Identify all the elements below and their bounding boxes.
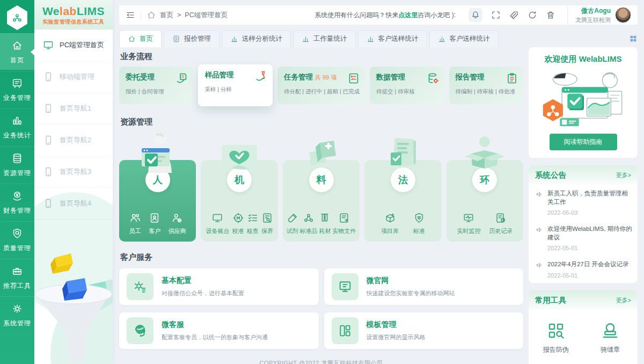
service-card-micro-support[interactable]: 微客服 配置客服专员，以统一的形象与客户沟通: [119, 312, 319, 349]
tab-label: 客户送样统计: [450, 34, 490, 43]
grid-layout-icon[interactable]: [629, 34, 638, 43]
subnav-item-nav2[interactable]: 首页导航2: [34, 125, 113, 156]
test-tube-icon: [287, 212, 298, 224]
flow-card-title: 报告管理: [456, 72, 485, 82]
flow-card-report-mgmt[interactable]: 报告管理 待编制 | 待审核 | 待批准: [449, 67, 523, 104]
flow-card-data-mgmt[interactable]: 数据管理 待提交 | 待审核: [370, 67, 444, 104]
subnav-item-nav4[interactable]: 首页导航4: [34, 188, 113, 220]
welcome-illustration: [534, 68, 634, 128]
resource-item-customer[interactable]: 客户: [149, 212, 160, 235]
tools-grid: 报告防伪 骑缝章 标准更新 系统管理: [529, 310, 638, 364]
help-link[interactable]: 点这里: [398, 11, 418, 19]
rail-item-quality-mgmt[interactable]: 质量管理: [0, 221, 34, 258]
tool-seam-stamp[interactable]: 骑缝章: [583, 314, 638, 359]
rail-item-recommended-tools[interactable]: 推荐工具: [0, 259, 34, 295]
read-help-guide-button[interactable]: 阅读帮助指南: [550, 134, 617, 150]
resource-item-reagent[interactable]: 试剂: [287, 212, 298, 235]
rail-item-label: 资源管理: [0, 169, 34, 178]
flow-card-entrustment[interactable]: 委托受理 报价 | 合同管理: [119, 67, 193, 104]
tab-home[interactable]: 首页: [119, 30, 162, 47]
resource-card-environment[interactable]: 环 实时监控 历史记录: [447, 160, 523, 242]
logo-lab: lab: [60, 5, 77, 17]
service-card-title: 微官网: [367, 276, 455, 286]
resource-item-history[interactable]: 历史记录: [489, 212, 513, 235]
resource-item-consumables[interactable]: 耗材: [319, 212, 331, 235]
service-card-micro-site[interactable]: 微官网 快速建设您实验室专属的移动网站: [324, 268, 524, 305]
breadcrumb-home[interactable]: 首页: [160, 11, 173, 20]
subnav-item-mobile[interactable]: 移动端管理: [34, 61, 113, 93]
rail-item-home[interactable]: 首页: [0, 33, 34, 70]
breadcrumb[interactable]: 首页 > PC端管理首页: [147, 10, 228, 20]
tool-standard-update[interactable]: 标准更新: [529, 359, 583, 364]
resource-item-standard[interactable]: 标准: [413, 212, 425, 235]
people-icon: [129, 212, 141, 224]
tools-more-link[interactable]: 更多>: [616, 296, 631, 304]
phone-icon: [43, 135, 54, 145]
service-card-title: 微客服: [162, 320, 268, 330]
trash-icon[interactable]: [546, 10, 555, 20]
service-card-basic-config[interactable]: 基本配置 对接微信公众号，进行基本配置: [119, 268, 319, 305]
rail-item-system-mgmt[interactable]: 系统管理: [0, 296, 34, 333]
resource-card-people[interactable]: 人 员工 客户 供应商: [119, 160, 196, 242]
service-card-desc: 配置客服专员，以统一的形象与客户沟通: [162, 333, 268, 341]
notice-text: 2022年4月27日 开会会议记录: [547, 260, 628, 269]
resource-card-machine[interactable]: 机 设备账台 校准 核查: [201, 160, 277, 242]
tab-quote-mgmt[interactable]: 报价管理: [164, 30, 219, 47]
resource-item-staff[interactable]: 员工: [129, 212, 141, 235]
fullscreen-icon[interactable]: [491, 10, 501, 20]
molecule-icon: [303, 212, 314, 224]
tab-label: 客户送样统计: [378, 34, 419, 43]
tab-sample-analysis-stats[interactable]: 送样分析统计: [222, 30, 291, 47]
tab-customer-sample-stats[interactable]: 客户送样统计: [358, 30, 427, 47]
resource-item-verification[interactable]: 核查: [247, 212, 259, 235]
subnav-item-pc-home[interactable]: PC端管理首页: [34, 30, 113, 61]
breadcrumb-current: PC端管理首页: [185, 11, 228, 20]
menu-fold-icon[interactable]: [126, 10, 135, 20]
subnav-item-nav3[interactable]: 首页导航3: [34, 156, 113, 188]
rail-item-label: 业务统计: [0, 131, 34, 140]
tool-report-antifake[interactable]: 报告防伪: [529, 314, 583, 359]
subnav-item-label: 首页导航3: [60, 167, 91, 177]
resource-item-calibration[interactable]: 校准: [232, 212, 244, 235]
subnav-item-nav1[interactable]: 首页导航1: [34, 93, 113, 125]
resource-item-project-library[interactable]: 项目库: [381, 212, 399, 235]
resource-card-method[interactable]: 法 项目库 标准: [364, 160, 441, 242]
tag-icon[interactable]: [509, 10, 519, 20]
notice-more-link[interactable]: 更多>: [616, 171, 631, 179]
monitor-icon: [211, 212, 223, 224]
notice-item[interactable]: 2022年4月27日 开会会议记录 2022-05-01: [529, 256, 638, 283]
app-logo-hexagon[interactable]: [6, 5, 28, 30]
flow-card-task-mgmt[interactable]: 任务管理共 99 项 待分配 | 进行中 | 超期 | 已完成: [277, 67, 365, 104]
resource-item-physical-docs[interactable]: 实物文件: [332, 212, 356, 235]
tab-customer-sample-stats-2[interactable]: 客户送样统计: [429, 30, 499, 47]
service-card-template-mgmt[interactable]: 模板管理 设置微官网的显示风格: [324, 312, 524, 349]
resource-item-supplier[interactable]: 供应商: [169, 212, 186, 235]
resource-item-standard-sample[interactable]: 标准品: [300, 212, 318, 235]
notice-item[interactable]: 欢迎使用WelabLIMS, 期待你的建议 2022-05-01: [529, 220, 638, 256]
phone-icon: [43, 71, 54, 82]
notice-item[interactable]: 新员工入职，负责质量管理相关工作 2022-05-03: [529, 185, 638, 220]
notification-button[interactable]: [469, 8, 482, 22]
tool-system-mgmt[interactable]: 系统管理: [583, 359, 638, 364]
refresh-icon[interactable]: [528, 10, 537, 20]
user-menu[interactable]: 傲古Aogu 龙腾互联检测: [567, 6, 631, 24]
rail-item-business-mgmt[interactable]: 业务管理: [0, 71, 34, 107]
tab-workload-stats[interactable]: 工作量统计: [293, 30, 356, 47]
section-title-resource: 资源管理: [119, 113, 523, 132]
resource-item-realtime-monitor[interactable]: 实时监控: [457, 212, 480, 235]
phone-icon: [43, 103, 54, 114]
notice-date: 2022-05-01: [547, 245, 632, 251]
rail-item-label: 推荐工具: [0, 281, 34, 290]
rail-item-business-stats[interactable]: 业务统计: [0, 108, 34, 145]
rail-item-resource-mgmt[interactable]: 资源管理: [0, 146, 34, 183]
avatar[interactable]: [615, 7, 631, 23]
resource-char: 料: [309, 168, 334, 192]
resource-card-material[interactable]: 料 试剂 标准品 耗材: [283, 160, 360, 242]
chart-icon: [302, 35, 310, 43]
tab-label: 工作量统计: [313, 34, 347, 43]
rail-item-finance-mgmt[interactable]: 财务管理: [0, 184, 34, 220]
flow-card-sample-mgmt[interactable]: 样品管理 采样 | 分样: [198, 64, 272, 106]
resource-item-equipment[interactable]: 设备账台: [206, 212, 229, 235]
resource-item-maintenance[interactable]: 保养: [261, 212, 273, 235]
id-card-icon: [149, 212, 160, 224]
